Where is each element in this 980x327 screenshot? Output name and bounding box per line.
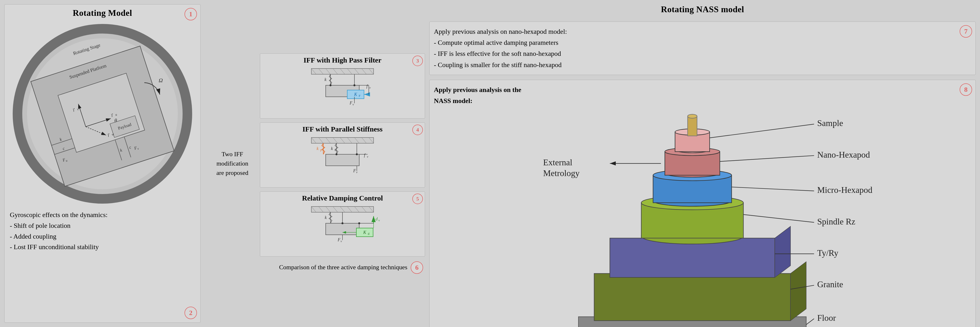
badge-3: 3: [412, 56, 423, 66]
svg-text:Micro-Hexapod: Micro-Hexapod: [817, 185, 872, 195]
svg-text:k: k: [331, 146, 333, 151]
proposal-text: Two IFF modification are proposed: [205, 150, 260, 177]
svg-line-142: [732, 187, 814, 191]
left-title: Rotating Model: [8, 8, 197, 18]
badge-6: 6: [410, 262, 423, 274]
svg-point-60: [353, 85, 355, 86]
badge-7: 7: [960, 25, 972, 38]
nass-bottom-panel: 8 Apply previous analysis on the NASS mo…: [430, 80, 976, 327]
panel-rdc: Relative Damping Control 5: [260, 191, 425, 257]
svg-line-138: [710, 124, 814, 138]
nass-bottom-text-area: Apply previous analysis on the NASS mode…: [434, 85, 535, 327]
nass-top-panel: 7 Apply previous analysis on nano-hexapo…: [430, 22, 976, 75]
panel3-title: IFF with High Pass Filter: [264, 56, 422, 64]
svg-text:K: K: [354, 92, 357, 97]
left-panel: Rotating Model 1: [4, 4, 200, 323]
svg-text:k: k: [317, 146, 319, 151]
badge-4: 4: [412, 124, 423, 135]
nass-3d-model-area: External Metrology Sample Nano-Hexapod M…: [539, 85, 971, 327]
rotating-model-diagram: Suspended Platform Payload k c F u: [8, 23, 197, 205]
nass-top-text: Apply previous analysis on nano-hexapod …: [434, 26, 971, 70]
svg-point-86: [336, 153, 337, 155]
rotating-model-svg: Suspended Platform Payload k c F u: [9, 23, 196, 205]
right-title: Rotating NASS model: [430, 4, 976, 14]
svg-rect-117: [594, 273, 791, 321]
svg-text:v: v: [369, 86, 371, 89]
panel5-svg: k F v K d d v: [264, 204, 422, 252]
diagrams-stack: IFF with High Pass Filter 3: [260, 53, 425, 274]
svg-text:External: External: [543, 158, 572, 167]
svg-text:K: K: [363, 230, 366, 235]
svg-text:Ω: Ω: [159, 77, 163, 83]
nass-bottom-title: Apply previous analysis on the NASS mode…: [434, 85, 535, 106]
svg-rect-98: [326, 223, 359, 235]
svg-point-61: [329, 85, 331, 86]
middle-section: Two IFF modification are proposed IFF wi…: [205, 4, 425, 323]
svg-text:F: F: [353, 168, 356, 173]
svg-text:d: d: [368, 232, 369, 236]
svg-text:Nano-Hexapod: Nano-Hexapod: [817, 150, 870, 159]
badge-5: 5: [412, 193, 423, 204]
nass-top-line-2: - IFF is less effective for the soft nan…: [434, 48, 971, 59]
desc-line-3: - Lost IFF unconditional stability: [10, 242, 195, 252]
svg-text:k: k: [325, 215, 327, 220]
badge-2: 2: [185, 307, 197, 319]
svg-point-114: [342, 222, 344, 224]
nass-3d-svg: External Metrology Sample Nano-Hexapod M…: [539, 85, 971, 327]
nass-top-line-3: - Coupling is smaller for the stiff nano…: [434, 59, 971, 70]
panel3-svg: k K F f v: [264, 66, 422, 114]
desc-line-1: - Shift of pole location: [10, 220, 195, 231]
svg-text:v: v: [353, 102, 354, 106]
svg-text:v: v: [367, 155, 368, 158]
desc-line-2: - Added coupling: [10, 231, 195, 242]
svg-text:Floor: Floor: [817, 313, 836, 322]
nass-top-line-0: Apply previous analysis on nano-hexapod …: [434, 26, 971, 37]
svg-point-134: [687, 114, 697, 118]
comparison-row: Comparison of the three active damping t…: [260, 262, 425, 274]
svg-rect-72: [326, 154, 359, 166]
svg-text:k: k: [325, 77, 327, 82]
svg-text:F: F: [337, 238, 340, 242]
left-description: Gyroscopic effects on the dynamics: - Sh…: [8, 210, 197, 252]
right-panel: Rotating NASS model 7 Apply previous ana…: [430, 4, 976, 323]
panel4-title: IFF with Parallel Stiffness: [264, 125, 422, 133]
svg-text:p: p: [320, 148, 322, 152]
svg-text:Spindle Rz: Spindle Rz: [817, 217, 855, 226]
desc-line-0: Gyroscopic effects on the dynamics:: [10, 210, 195, 220]
svg-text:θ: θ: [115, 117, 117, 123]
svg-line-144: [743, 214, 814, 222]
svg-text:v: v: [379, 219, 380, 222]
svg-text:F: F: [359, 94, 360, 97]
svg-marker-120: [775, 226, 791, 277]
svg-text:a: a: [334, 148, 336, 152]
svg-point-87: [356, 153, 358, 155]
panel-iff-ps: IFF with Parallel Stiffness 4: [260, 123, 425, 188]
badge-1: 1: [185, 8, 197, 20]
svg-text:Metrology: Metrology: [543, 168, 579, 178]
svg-line-140: [720, 155, 814, 161]
panel4-svg: k p k a f v F v: [264, 135, 422, 183]
panel-iff-hpf: IFF with High Pass Filter 3: [260, 53, 425, 119]
svg-marker-118: [791, 262, 806, 321]
svg-text:Granite: Granite: [817, 279, 843, 289]
panel5-title: Relative Damping Control: [264, 194, 422, 202]
svg-text:v: v: [340, 239, 342, 243]
comparison-text: Comparison of the three active damping t…: [279, 263, 407, 272]
svg-text:f: f: [366, 84, 368, 89]
svg-text:d: d: [375, 217, 378, 221]
svg-text:Ty/Ry: Ty/Ry: [817, 248, 838, 258]
main-container: Rotating Model 1: [0, 0, 980, 327]
nass-top-line-1: - Compute optimal active damping paramet…: [434, 37, 971, 48]
svg-text:F: F: [349, 100, 353, 105]
svg-text:Sample: Sample: [817, 118, 843, 128]
svg-point-115: [358, 222, 360, 224]
svg-rect-133: [687, 116, 697, 136]
svg-text:f: f: [364, 153, 366, 158]
svg-line-150: [806, 319, 814, 325]
